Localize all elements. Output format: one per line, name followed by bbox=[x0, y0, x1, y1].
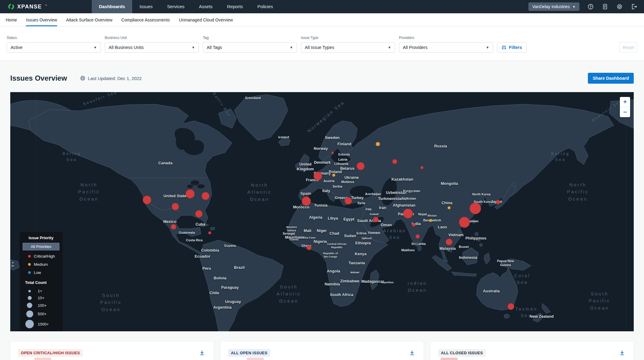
count-dot-icon bbox=[26, 310, 33, 317]
filter-select-issue-type[interactable]: All Issue Types▼ bbox=[301, 42, 395, 53]
nav-item-issues[interactable]: Issues bbox=[132, 0, 160, 13]
legend-count-label: 100+ bbox=[38, 303, 46, 308]
dashboard-tab-bar: HomeIssues OverviewAttack Surface Overvi… bbox=[0, 13, 644, 27]
chevron-down-icon: ▼ bbox=[486, 46, 489, 49]
issue-dot-critical[interactable] bbox=[403, 209, 413, 218]
issue-dot-medium[interactable] bbox=[448, 206, 451, 209]
last-updated: i Last Updated: Dec 1, 2022 bbox=[80, 76, 142, 81]
map-legend: Issue Priority All Priorities Critical/H… bbox=[20, 232, 62, 331]
issue-dot-critical[interactable] bbox=[446, 239, 452, 245]
issue-dot-critical[interactable] bbox=[420, 166, 423, 169]
count-dot-icon bbox=[28, 296, 32, 300]
chevron-down-icon: ▼ bbox=[388, 46, 391, 49]
filter-select-business-unit[interactable]: All Business Units▼ bbox=[105, 42, 199, 53]
issue-dot-critical[interactable] bbox=[459, 217, 470, 228]
legend-all-priorities[interactable]: All Priorities bbox=[23, 243, 59, 250]
filter-field-status: StatusActive▼ bbox=[7, 36, 101, 53]
tab-compliance-assessments[interactable]: Compliance Assessments bbox=[121, 13, 170, 26]
issue-dot-critical[interactable] bbox=[496, 200, 500, 204]
legend-priority-title: Issue Priority bbox=[23, 236, 59, 240]
legend-priority-label: Low bbox=[34, 270, 41, 275]
filter-value-providers: All Providers bbox=[403, 45, 486, 50]
issue-dot-medium[interactable] bbox=[429, 219, 432, 222]
issue-dot-critical[interactable] bbox=[392, 159, 397, 164]
count-dot-icon bbox=[25, 320, 34, 328]
issue-dot-critical[interactable] bbox=[508, 303, 514, 310]
issue-dot-critical[interactable] bbox=[412, 223, 416, 227]
filter-bar: StatusActive▼Business UnitAll Business U… bbox=[0, 27, 644, 61]
card-title-badge: ALL CLOSED ISSUES bbox=[438, 349, 486, 357]
issue-dot-medium[interactable] bbox=[376, 142, 380, 146]
legend-priority-low[interactable]: Low bbox=[23, 268, 59, 277]
issue-dot-critical[interactable] bbox=[416, 234, 420, 239]
filter-label-status: Status bbox=[7, 36, 101, 40]
reset-button[interactable]: Reset bbox=[619, 42, 637, 53]
filter-select-status[interactable]: Active▼ bbox=[7, 42, 101, 53]
filter-label-providers: Providers bbox=[399, 36, 493, 40]
tab-unmanaged-cloud-overview[interactable]: Unmanaged Cloud Overview bbox=[179, 13, 233, 26]
settings-gear-icon[interactable] bbox=[616, 3, 623, 10]
zoom-out-button[interactable]: − bbox=[620, 107, 630, 117]
issue-dot-critical[interactable] bbox=[357, 162, 365, 170]
issue-dot-critical[interactable] bbox=[331, 152, 334, 154]
issue-dot-critical[interactable] bbox=[470, 203, 481, 214]
issue-dot-critical[interactable] bbox=[208, 231, 211, 234]
legend-count-label: 10+ bbox=[38, 296, 44, 300]
nav-item-reports[interactable]: Reports bbox=[220, 0, 250, 13]
count-dot-wrap bbox=[25, 320, 34, 328]
issue-dot-critical[interactable] bbox=[202, 192, 209, 200]
tab-issues-overview[interactable]: Issues Overview bbox=[26, 13, 57, 26]
issue-dot-critical[interactable] bbox=[302, 197, 311, 206]
download-icon[interactable] bbox=[408, 349, 416, 357]
tab-home[interactable]: Home bbox=[6, 13, 17, 26]
zoom-in-button[interactable]: + bbox=[620, 97, 630, 107]
account-name: VanDelay Industries bbox=[532, 4, 570, 9]
nav-item-assets[interactable]: Assets bbox=[192, 0, 220, 13]
issue-dot-critical[interactable] bbox=[143, 196, 151, 204]
account-menu-button[interactable]: VanDelay Industries ▼ bbox=[528, 2, 579, 11]
issue-dot-critical[interactable] bbox=[195, 210, 202, 217]
world-map[interactable]: NorthPacificOceanNorthAtlanticOceanNorth… bbox=[10, 92, 634, 331]
legend-priority-medium[interactable]: Medium bbox=[23, 260, 59, 268]
card-title-badge: ALL OPEN ISSUES bbox=[228, 349, 270, 357]
issue-dot-critical[interactable] bbox=[172, 203, 179, 210]
filters-button[interactable]: Filters bbox=[497, 42, 527, 53]
issue-dot-critical[interactable] bbox=[171, 224, 176, 230]
legend-count-rows: 1+10+100+500+1000+ bbox=[23, 288, 59, 329]
share-dashboard-button[interactable]: Share Dashboard bbox=[588, 73, 634, 84]
issue-dot-critical[interactable] bbox=[314, 172, 322, 180]
filter-select-providers[interactable]: All Providers▼ bbox=[399, 42, 493, 53]
help-icon[interactable]: ? bbox=[587, 3, 594, 10]
count-dot-wrap bbox=[25, 296, 34, 300]
filter-field-issue-type: Issue TypeAll Issue Types▼ bbox=[301, 36, 395, 53]
card-all-open-issues: ALL OPEN ISSUES bbox=[220, 342, 424, 360]
card-content-peek bbox=[441, 358, 457, 360]
filter-select-tag[interactable]: All Tags▼ bbox=[203, 42, 297, 53]
issue-dot-critical[interactable] bbox=[345, 197, 352, 204]
issue-dot-critical[interactable] bbox=[307, 245, 311, 250]
logout-icon[interactable] bbox=[630, 3, 637, 10]
card-content-peek bbox=[34, 358, 51, 360]
sliders-icon bbox=[502, 45, 506, 50]
nav-item-policies[interactable]: Policies bbox=[250, 0, 280, 13]
legend-priority-critical-high[interactable]: Critical/High bbox=[23, 252, 59, 260]
info-icon: i bbox=[80, 76, 85, 81]
chevron-down-icon: ▼ bbox=[94, 46, 97, 49]
download-icon[interactable] bbox=[198, 349, 206, 357]
download-icon[interactable] bbox=[618, 349, 626, 357]
legend-count-100: 100+ bbox=[23, 301, 59, 309]
brand-trademark: ™ bbox=[45, 4, 47, 7]
xpanse-logo-icon bbox=[8, 3, 14, 10]
issue-dot-medium[interactable] bbox=[332, 174, 335, 177]
release-notes-icon[interactable] bbox=[601, 3, 608, 10]
issue-dot-critical[interactable] bbox=[373, 217, 378, 222]
issue-dot-critical[interactable] bbox=[186, 189, 195, 198]
card-open-critical-high-issues: OPEN CRITICAL/HIGH ISSUES bbox=[10, 342, 214, 360]
xpanse-logo: XPANSE ™ bbox=[8, 3, 47, 10]
filter-label-business-unit: Business Unit bbox=[105, 36, 199, 40]
count-dot-icon bbox=[27, 303, 32, 308]
tab-attack-surface-overview[interactable]: Attack Surface Overview bbox=[66, 13, 112, 26]
nav-item-services[interactable]: Services bbox=[160, 0, 192, 13]
filter-label-tag: Tag bbox=[203, 36, 297, 40]
nav-item-dashboards[interactable]: Dashboards bbox=[92, 0, 132, 13]
